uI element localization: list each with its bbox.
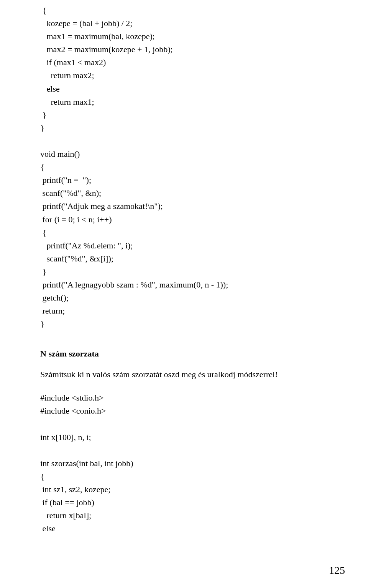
code-block-1: { kozepe = (bal + jobb) / 2; max1 = maxi… — [40, 4, 326, 330]
section-paragraph: Számítsuk ki n valós szám szorzatát oszd… — [40, 368, 326, 381]
code-block-2: #include <stdio.h> #include <conio.h> in… — [40, 391, 326, 535]
section-heading: N szám szorzata — [40, 349, 326, 359]
page-number: 125 — [329, 564, 345, 577]
document-page: { kozepe = (bal + jobb) / 2; max1 = maxi… — [0, 0, 368, 588]
